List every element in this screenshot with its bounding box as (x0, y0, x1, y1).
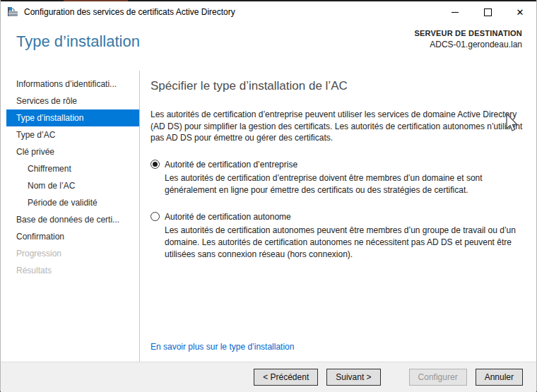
sidebar-item-type-installation[interactable]: Type d’installation (6, 109, 139, 126)
close-button[interactable]: ✕ (504, 1, 536, 23)
destination-server-block: SERVEUR DE DESTINATION ADCS-01.gerondeau… (414, 29, 522, 49)
destination-server-name: ADCS-01.gerondeau.lan (414, 40, 522, 49)
sidebar-item-nom-de-lac[interactable]: Nom de l’AC (1, 177, 139, 194)
sidebar-item-periode-de-validite[interactable]: Période de validité (1, 194, 139, 211)
option-enterprise-ca-description: Les autorités de certification d’entrepr… (165, 172, 518, 196)
content-heading: Spécifier le type d’installation de l’AC (151, 79, 532, 93)
wizard-header: Type d’installation SERVEUR DE DESTINATI… (1, 23, 536, 71)
page-title: Type d’installation (16, 32, 140, 51)
wizard-window: Configuration des services de certificat… (0, 0, 537, 392)
intro-paragraph: Les autorités de certification d’entrepr… (151, 109, 532, 144)
destination-server-label: SERVEUR DE DESTINATION (414, 29, 522, 37)
option-standalone-ca-label: Autorité de certification autonome (165, 212, 291, 222)
minimize-button[interactable] (439, 1, 471, 23)
close-icon: ✕ (517, 8, 524, 17)
sidebar-item-type-ac[interactable]: Type d’AC (1, 126, 139, 143)
maximize-button[interactable] (471, 1, 504, 23)
wizard-steps-sidebar: Informations d’identificati... Services … (1, 71, 140, 362)
sidebar-item-informations-identification[interactable]: Informations d’identificati... (1, 76, 139, 93)
sidebar-item-cle-privee[interactable]: Clé privée (1, 143, 139, 160)
minimize-icon (452, 12, 459, 13)
sidebar-item-progression: Progression (1, 245, 139, 262)
option-enterprise-ca-label: Autorité de certification d’entreprise (165, 160, 297, 170)
sidebar-item-base-de-donnees[interactable]: Base de données de certi... (1, 211, 139, 228)
sidebar-item-services-de-role[interactable]: Services de rôle (1, 93, 139, 109)
option-standalone-ca: Autorité de certification autonome Les a… (151, 212, 532, 261)
screen-top-edge-accent (64, 0, 128, 1)
maximize-icon (484, 8, 492, 16)
window-title: Configuration des services de certificat… (24, 7, 439, 17)
cancel-button[interactable]: Annuler (476, 369, 523, 386)
sidebar-item-chiffrement[interactable]: Chiffrement (1, 160, 139, 177)
learn-more-link[interactable]: En savoir plus sur le type d’installatio… (151, 342, 294, 352)
option-standalone-ca-description: Les autorités de certification autonomes… (165, 225, 518, 261)
window-controls: ✕ (439, 1, 536, 23)
configure-button: Configurer (409, 369, 467, 386)
button-bar: < Précédent Suivant > Configurer Annuler (1, 362, 536, 392)
screen-top-edge (1, 0, 536, 1)
wizard-content: Spécifier le type d’installation de l’AC… (140, 71, 537, 362)
app-icon (7, 6, 18, 18)
previous-button[interactable]: < Précédent (254, 369, 318, 386)
option-enterprise-ca: Autorité de certification d’entreprise L… (151, 160, 532, 196)
sidebar-item-confirmation[interactable]: Confirmation (1, 228, 139, 245)
title-bar[interactable]: Configuration des services de certificat… (1, 1, 536, 23)
option-enterprise-ca-row[interactable]: Autorité de certification d’entreprise (151, 160, 532, 170)
radio-standalone-ca[interactable] (151, 212, 160, 221)
radio-enterprise-ca[interactable] (151, 160, 160, 169)
option-standalone-ca-row[interactable]: Autorité de certification autonome (151, 212, 532, 222)
next-button[interactable]: Suivant > (326, 369, 380, 386)
wizard-body: Informations d’identificati... Services … (1, 71, 536, 362)
sidebar-item-resultats: Résultats (1, 262, 139, 279)
